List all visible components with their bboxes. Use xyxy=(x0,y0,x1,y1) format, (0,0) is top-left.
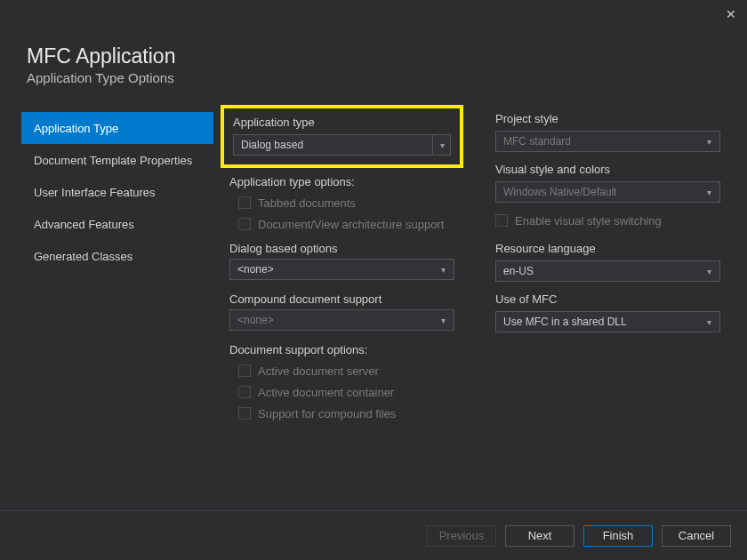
combo-value: Use MFC in a shared DLL xyxy=(503,316,702,328)
combo-value: en-US xyxy=(503,265,702,277)
button-label: Finish xyxy=(603,529,634,542)
checkbox-label: Active document container xyxy=(258,386,394,399)
chevron-down-icon: ▾ xyxy=(702,188,716,197)
sidebar-item-label: Advanced Features xyxy=(34,218,134,231)
application-type-highlight: Application type Dialog based ▾ xyxy=(221,105,463,168)
finish-button[interactable]: Finish xyxy=(583,525,653,547)
combo-value: <none> xyxy=(237,314,436,326)
visual-style-label: Visual style and colors xyxy=(495,163,720,176)
dialog-body: Application Type Document Template Prope… xyxy=(0,101,747,424)
checkbox-label: Tabbed documents xyxy=(258,196,356,210)
application-type-group: Application type Dialog based ▾ xyxy=(233,116,451,156)
active-document-server-checkbox: Active document server xyxy=(238,360,454,381)
cancel-button[interactable]: Cancel xyxy=(662,525,731,547)
wizard-steps-sidebar: Application Type Document Template Prope… xyxy=(21,112,213,424)
dialog-title: MFC Application xyxy=(27,44,720,68)
project-style-group: Project style MFC standard ▾ xyxy=(495,112,720,152)
dialog-based-options-combo[interactable]: <none> ▾ xyxy=(229,259,454,280)
chevron-down-icon: ▾ xyxy=(436,316,450,325)
chevron-down-icon: ▾ xyxy=(432,135,446,155)
dialog-footer: Previous Next Finish Cancel xyxy=(0,510,747,560)
active-document-container-checkbox: Active document container xyxy=(238,381,454,403)
checkbox-icon xyxy=(238,218,251,230)
checkbox-label: Support for compound files xyxy=(258,407,396,420)
checkbox-label: Document/View architecture support xyxy=(258,218,444,231)
chevron-down-icon: ▾ xyxy=(702,137,716,147)
resource-language-label: Resource language xyxy=(495,242,720,255)
application-type-label: Application type xyxy=(233,116,451,129)
right-column: Project style MFC standard ▾ Visual styl… xyxy=(495,112,720,424)
enable-visual-style-switching-checkbox: Enable visual style switching xyxy=(495,210,720,231)
sidebar-item-advanced-features[interactable]: Advanced Features xyxy=(21,208,213,240)
visual-style-group: Visual style and colors Windows Native/D… xyxy=(495,163,720,231)
application-type-options-label: Application type options: xyxy=(229,175,454,188)
resource-language-group: Resource language en-US ▾ xyxy=(495,242,720,282)
visual-style-combo: Windows Native/Default ▾ xyxy=(495,181,720,203)
checkbox-icon xyxy=(238,364,251,377)
document-support-options: Active document server Active document c… xyxy=(229,360,454,424)
chevron-down-icon: ▾ xyxy=(702,267,716,276)
resource-language-combo[interactable]: en-US ▾ xyxy=(495,260,720,282)
use-of-mfc-combo[interactable]: Use MFC in a shared DLL ▾ xyxy=(495,311,720,332)
document-support-options-label: Document support options: xyxy=(229,343,454,356)
sidebar-item-generated-classes[interactable]: Generated Classes xyxy=(21,240,213,272)
close-icon[interactable]: ✕ xyxy=(724,7,738,21)
dialog-header: MFC Application Application Type Options xyxy=(0,0,747,101)
checkbox-icon xyxy=(495,214,508,227)
combo-value: Dialog based xyxy=(241,139,432,151)
application-type-options: Tabbed documents Document/View architect… xyxy=(229,192,454,235)
checkbox-icon xyxy=(238,386,251,398)
left-column: Application type Dialog based ▾ Applicat… xyxy=(229,112,454,424)
combo-value: <none> xyxy=(237,263,436,276)
compound-document-support-label: Compound document support xyxy=(229,292,454,306)
project-style-label: Project style xyxy=(495,112,720,125)
checkbox-label: Active document server xyxy=(258,364,379,378)
chevron-down-icon: ▾ xyxy=(702,317,716,327)
application-type-combo[interactable]: Dialog based ▾ xyxy=(233,134,451,156)
sidebar-item-label: User Interface Features xyxy=(34,186,156,199)
tabbed-documents-checkbox: Tabbed documents xyxy=(238,192,454,213)
project-style-combo: MFC standard ▾ xyxy=(495,131,720,152)
use-of-mfc-group: Use of MFC Use MFC in a shared DLL ▾ xyxy=(495,292,720,332)
chevron-down-icon: ▾ xyxy=(436,265,450,275)
next-button[interactable]: Next xyxy=(505,525,574,547)
dialog-based-options-label: Dialog based options xyxy=(229,242,454,255)
previous-button: Previous xyxy=(427,525,496,547)
sidebar-item-label: Application Type xyxy=(34,122,118,135)
support-compound-files-checkbox: Support for compound files xyxy=(238,403,454,424)
wizard-dialog: MFC Application Application Type Options… xyxy=(0,0,747,424)
combo-value: Windows Native/Default xyxy=(503,186,702,198)
sidebar-item-label: Generated Classes xyxy=(34,250,133,263)
checkbox-icon xyxy=(238,196,251,209)
sidebar-item-label: Document Template Properties xyxy=(34,154,192,167)
combo-value: MFC standard xyxy=(503,135,702,148)
sidebar-item-application-type[interactable]: Application Type xyxy=(21,112,213,144)
checkbox-label: Enable visual style switching xyxy=(515,214,662,228)
checkbox-icon xyxy=(238,407,251,420)
button-label: Next xyxy=(528,529,552,542)
content-pane: Application type Dialog based ▾ Applicat… xyxy=(213,112,720,424)
doc-view-architecture-checkbox: Document/View architecture support xyxy=(238,213,454,235)
compound-document-support-combo: <none> ▾ xyxy=(229,309,454,331)
dialog-subtitle: Application Type Options xyxy=(27,70,720,85)
button-label: Previous xyxy=(439,529,485,542)
button-label: Cancel xyxy=(679,529,714,542)
use-of-mfc-label: Use of MFC xyxy=(495,292,720,306)
sidebar-item-document-template-properties[interactable]: Document Template Properties xyxy=(21,144,213,176)
sidebar-item-user-interface-features[interactable]: User Interface Features xyxy=(21,176,213,208)
